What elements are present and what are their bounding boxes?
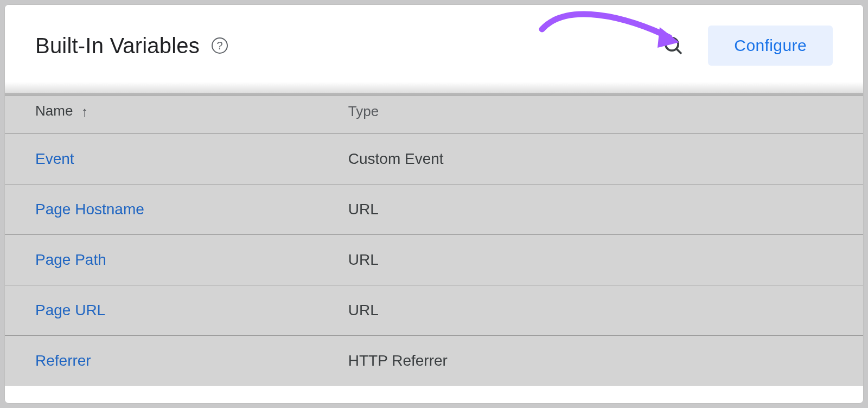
help-icon[interactable]: ? — [212, 37, 228, 54]
variable-link[interactable]: Referrer — [35, 352, 91, 369]
search-icon[interactable] — [660, 33, 686, 59]
variable-type: Custom Event — [348, 133, 863, 184]
table-row[interactable]: Page Hostname URL — [5, 184, 863, 234]
table-row[interactable]: Event Custom Event — [5, 133, 863, 184]
table-row[interactable]: Referrer HTTP Referrer — [5, 335, 863, 386]
variable-link[interactable]: Page URL — [35, 302, 105, 318]
variables-table: Name ↑ Type Event Custom Event Page Host… — [5, 93, 863, 386]
col-header-name-label: Name — [35, 103, 73, 119]
col-header-type[interactable]: Type — [348, 93, 863, 133]
variable-link[interactable]: Page Hostname — [35, 201, 144, 218]
table-header-row: Name ↑ Type — [5, 93, 863, 133]
col-header-name[interactable]: Name ↑ — [5, 93, 348, 133]
svg-point-0 — [666, 38, 678, 50]
variable-type: URL — [348, 184, 863, 234]
table-row[interactable]: Page URL URL — [5, 285, 863, 335]
variable-type: URL — [348, 234, 863, 285]
variable-link[interactable]: Page Path — [35, 251, 106, 268]
sort-asc-icon: ↑ — [81, 104, 88, 120]
variable-link[interactable]: Event — [35, 150, 74, 167]
col-header-type-label: Type — [348, 103, 379, 119]
variables-table-wrap: Name ↑ Type Event Custom Event Page Host… — [5, 93, 863, 386]
variable-type: HTTP Referrer — [348, 335, 863, 386]
svg-line-1 — [677, 49, 682, 54]
panel-title: Built-In Variables — [35, 34, 200, 58]
variable-type: URL — [348, 285, 863, 335]
configure-button[interactable]: Configure — [708, 25, 833, 66]
builtin-variables-panel: Built-In Variables ? Configure Name ↑ — [4, 4, 864, 404]
panel-header: Built-In Variables ? Configure — [5, 5, 863, 93]
variables-table-body: Event Custom Event Page Hostname URL Pag… — [5, 133, 863, 386]
table-row[interactable]: Page Path URL — [5, 234, 863, 285]
